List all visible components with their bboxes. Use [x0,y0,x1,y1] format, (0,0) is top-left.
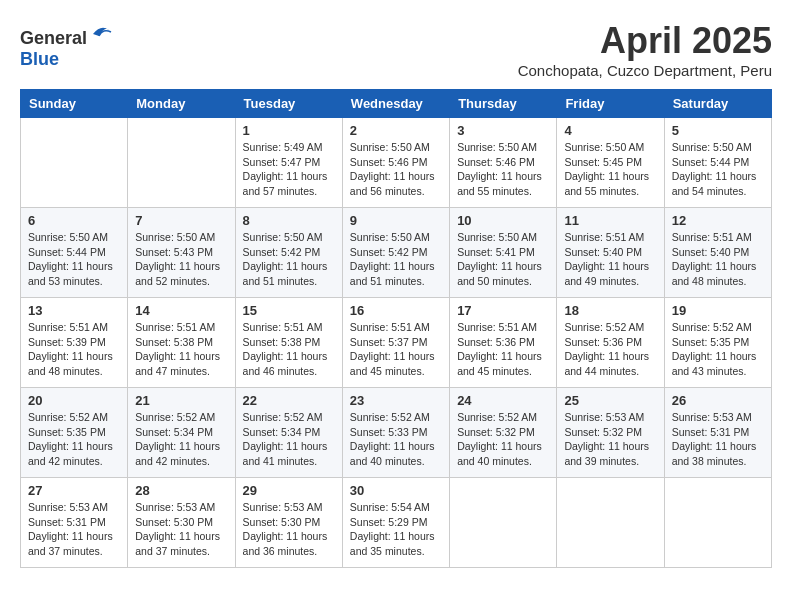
daylight-text: Daylight: 11 hours and 44 minutes. [564,350,649,377]
day-number: 19 [672,303,764,318]
day-info: Sunrise: 5:51 AM Sunset: 5:36 PM Dayligh… [457,320,549,379]
sunrise-text: Sunrise: 5:53 AM [672,411,752,423]
sunset-text: Sunset: 5:39 PM [28,336,106,348]
calendar-cell: 6 Sunrise: 5:50 AM Sunset: 5:44 PM Dayli… [21,208,128,298]
sunset-text: Sunset: 5:34 PM [243,426,321,438]
calendar-cell: 2 Sunrise: 5:50 AM Sunset: 5:46 PM Dayli… [342,118,449,208]
sunset-text: Sunset: 5:45 PM [564,156,642,168]
daylight-text: Daylight: 11 hours and 54 minutes. [672,170,757,197]
daylight-text: Daylight: 11 hours and 52 minutes. [135,260,220,287]
calendar-cell: 7 Sunrise: 5:50 AM Sunset: 5:43 PM Dayli… [128,208,235,298]
day-number: 14 [135,303,227,318]
daylight-text: Daylight: 11 hours and 36 minutes. [243,530,328,557]
sunset-text: Sunset: 5:38 PM [243,336,321,348]
sunrise-text: Sunrise: 5:50 AM [564,141,644,153]
title-block: April 2025 Conchopata, Cuzco Department,… [518,20,772,79]
day-number: 16 [350,303,442,318]
sunset-text: Sunset: 5:35 PM [672,336,750,348]
calendar-cell: 30 Sunrise: 5:54 AM Sunset: 5:29 PM Dayl… [342,478,449,568]
sunset-text: Sunset: 5:36 PM [457,336,535,348]
day-number: 23 [350,393,442,408]
daylight-text: Daylight: 11 hours and 37 minutes. [28,530,113,557]
day-number: 26 [672,393,764,408]
calendar-cell: 19 Sunrise: 5:52 AM Sunset: 5:35 PM Dayl… [664,298,771,388]
sunset-text: Sunset: 5:29 PM [350,516,428,528]
daylight-text: Daylight: 11 hours and 38 minutes. [672,440,757,467]
calendar-cell: 14 Sunrise: 5:51 AM Sunset: 5:38 PM Dayl… [128,298,235,388]
calendar-cell: 29 Sunrise: 5:53 AM Sunset: 5:30 PM Dayl… [235,478,342,568]
sunrise-text: Sunrise: 5:53 AM [28,501,108,513]
daylight-text: Daylight: 11 hours and 53 minutes. [28,260,113,287]
sunset-text: Sunset: 5:34 PM [135,426,213,438]
day-number: 18 [564,303,656,318]
daylight-text: Daylight: 11 hours and 35 minutes. [350,530,435,557]
day-info: Sunrise: 5:52 AM Sunset: 5:34 PM Dayligh… [135,410,227,469]
calendar-cell: 1 Sunrise: 5:49 AM Sunset: 5:47 PM Dayli… [235,118,342,208]
day-info: Sunrise: 5:51 AM Sunset: 5:39 PM Dayligh… [28,320,120,379]
calendar-cell: 25 Sunrise: 5:53 AM Sunset: 5:32 PM Dayl… [557,388,664,478]
calendar-week-row: 13 Sunrise: 5:51 AM Sunset: 5:39 PM Dayl… [21,298,772,388]
sunrise-text: Sunrise: 5:52 AM [135,411,215,423]
sunset-text: Sunset: 5:32 PM [564,426,642,438]
calendar-cell [128,118,235,208]
day-info: Sunrise: 5:52 AM Sunset: 5:33 PM Dayligh… [350,410,442,469]
calendar-week-row: 20 Sunrise: 5:52 AM Sunset: 5:35 PM Dayl… [21,388,772,478]
daylight-text: Daylight: 11 hours and 49 minutes. [564,260,649,287]
day-info: Sunrise: 5:52 AM Sunset: 5:35 PM Dayligh… [672,320,764,379]
day-info: Sunrise: 5:51 AM Sunset: 5:37 PM Dayligh… [350,320,442,379]
weekday-header: Wednesday [342,90,449,118]
sunset-text: Sunset: 5:40 PM [564,246,642,258]
sunset-text: Sunset: 5:42 PM [350,246,428,258]
calendar-week-row: 6 Sunrise: 5:50 AM Sunset: 5:44 PM Dayli… [21,208,772,298]
daylight-text: Daylight: 11 hours and 42 minutes. [28,440,113,467]
daylight-text: Daylight: 11 hours and 55 minutes. [564,170,649,197]
day-number: 17 [457,303,549,318]
sunrise-text: Sunrise: 5:52 AM [350,411,430,423]
day-number: 24 [457,393,549,408]
day-number: 20 [28,393,120,408]
day-info: Sunrise: 5:54 AM Sunset: 5:29 PM Dayligh… [350,500,442,559]
sunrise-text: Sunrise: 5:52 AM [243,411,323,423]
logo-text: General Blue [20,20,113,70]
day-number: 7 [135,213,227,228]
weekday-header: Saturday [664,90,771,118]
day-info: Sunrise: 5:53 AM Sunset: 5:30 PM Dayligh… [135,500,227,559]
daylight-text: Daylight: 11 hours and 39 minutes. [564,440,649,467]
calendar-cell [664,478,771,568]
day-info: Sunrise: 5:51 AM Sunset: 5:40 PM Dayligh… [564,230,656,289]
day-number: 27 [28,483,120,498]
daylight-text: Daylight: 11 hours and 48 minutes. [672,260,757,287]
day-info: Sunrise: 5:49 AM Sunset: 5:47 PM Dayligh… [243,140,335,199]
daylight-text: Daylight: 11 hours and 46 minutes. [243,350,328,377]
sunset-text: Sunset: 5:47 PM [243,156,321,168]
calendar-cell: 5 Sunrise: 5:50 AM Sunset: 5:44 PM Dayli… [664,118,771,208]
weekday-header-row: SundayMondayTuesdayWednesdayThursdayFrid… [21,90,772,118]
sunset-text: Sunset: 5:46 PM [350,156,428,168]
sunrise-text: Sunrise: 5:54 AM [350,501,430,513]
sunrise-text: Sunrise: 5:52 AM [672,321,752,333]
sunrise-text: Sunrise: 5:51 AM [28,321,108,333]
daylight-text: Daylight: 11 hours and 51 minutes. [243,260,328,287]
sunset-text: Sunset: 5:36 PM [564,336,642,348]
logo-blue: Blue [20,49,59,69]
calendar-cell: 4 Sunrise: 5:50 AM Sunset: 5:45 PM Dayli… [557,118,664,208]
daylight-text: Daylight: 11 hours and 43 minutes. [672,350,757,377]
logo-icon [89,20,113,44]
daylight-text: Daylight: 11 hours and 47 minutes. [135,350,220,377]
daylight-text: Daylight: 11 hours and 40 minutes. [457,440,542,467]
daylight-text: Daylight: 11 hours and 45 minutes. [457,350,542,377]
sunset-text: Sunset: 5:43 PM [135,246,213,258]
day-info: Sunrise: 5:50 AM Sunset: 5:41 PM Dayligh… [457,230,549,289]
sunset-text: Sunset: 5:41 PM [457,246,535,258]
calendar-cell: 9 Sunrise: 5:50 AM Sunset: 5:42 PM Dayli… [342,208,449,298]
sunset-text: Sunset: 5:31 PM [28,516,106,528]
day-number: 21 [135,393,227,408]
day-info: Sunrise: 5:50 AM Sunset: 5:42 PM Dayligh… [350,230,442,289]
day-info: Sunrise: 5:50 AM Sunset: 5:42 PM Dayligh… [243,230,335,289]
day-number: 6 [28,213,120,228]
calendar-cell: 28 Sunrise: 5:53 AM Sunset: 5:30 PM Dayl… [128,478,235,568]
calendar-cell [557,478,664,568]
sunrise-text: Sunrise: 5:51 AM [457,321,537,333]
day-number: 29 [243,483,335,498]
weekday-header: Friday [557,90,664,118]
